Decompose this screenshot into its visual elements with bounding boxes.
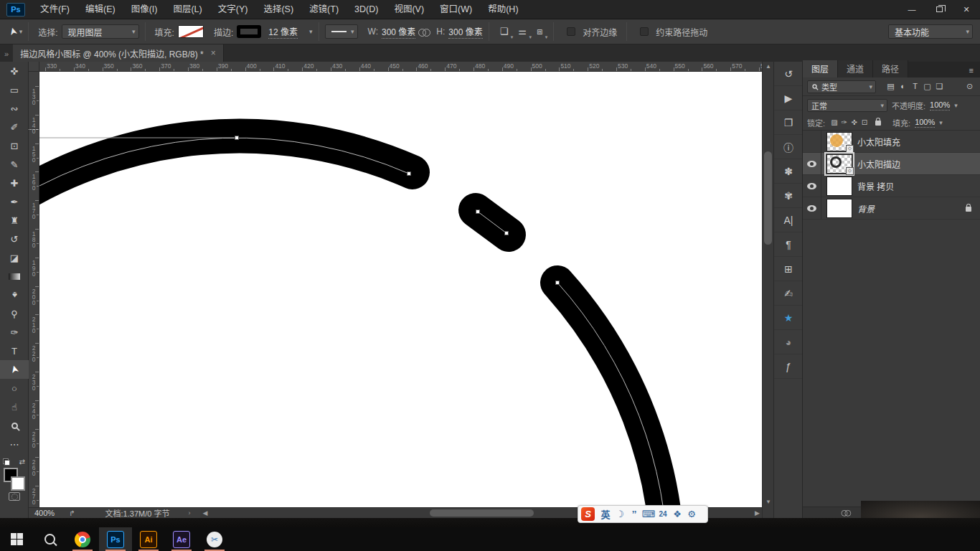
filter-adjustment-icon[interactable]: ◐ <box>897 82 909 91</box>
character-panel-icon[interactable]: A| <box>774 208 803 232</box>
history-panel-icon[interactable]: ↺ <box>774 62 803 86</box>
layer-filter-dropdown[interactable]: 类型 ▾ <box>807 80 876 93</box>
lock-paint-icon[interactable]: ✑ <box>839 118 849 126</box>
tool-pen[interactable]: ✑ <box>0 323 29 342</box>
lock-transparency-icon[interactable]: ▨ <box>829 118 839 126</box>
styles-fx-panel-icon[interactable]: ƒ <box>774 354 803 379</box>
lock-all-icon[interactable] <box>875 121 881 126</box>
lock-artboard-icon[interactable]: ⊡ <box>859 118 870 126</box>
layer-thumbnail[interactable]: ⬦ <box>826 154 852 174</box>
taskbar-chrome-button[interactable] <box>66 527 99 551</box>
panel-collapse-icon[interactable]: » <box>0 50 13 62</box>
brush-settings-panel-icon[interactable]: ✾ <box>774 184 803 208</box>
stroke-width-field[interactable]: 12 像素 <box>268 25 298 39</box>
tool-clone-stamp[interactable]: ♜ <box>0 211 29 230</box>
path-anchor[interactable] <box>407 172 411 176</box>
ime-toolbox-icon[interactable]: ⚙ <box>684 507 699 522</box>
default-colors-icon[interactable] <box>3 458 10 466</box>
tool-history-brush[interactable]: ↺ <box>0 230 29 248</box>
tool-marquee[interactable]: ▭ <box>0 80 29 99</box>
tool-type[interactable]: T <box>0 342 29 360</box>
horizontal-scroll-thumb[interactable] <box>430 509 534 517</box>
scroll-left-icon[interactable]: ◀ <box>202 509 207 517</box>
sogou-logo-icon[interactable]: S <box>581 507 595 521</box>
layer-row-2[interactable]: 背景 拷贝 <box>803 175 980 197</box>
tool-eyedropper[interactable]: ✎ <box>0 155 29 174</box>
path-anchor[interactable] <box>556 281 560 285</box>
visibility-toggle[interactable] <box>803 153 821 175</box>
vertical-scroll-thumb[interactable] <box>764 151 772 245</box>
taskbar-snipping-tool-button[interactable]: ✂ <box>198 527 231 551</box>
blend-mode-dropdown[interactable]: 正常 ▾ <box>807 99 887 112</box>
tool-dodge[interactable]: ⚲ <box>0 304 29 323</box>
background-color-swatch[interactable] <box>11 476 25 491</box>
tab-close-icon[interactable]: × <box>211 48 216 58</box>
close-button[interactable]: ✕ <box>953 0 980 19</box>
taskbar-aftereffects-button[interactable]: Ae <box>165 527 198 551</box>
status-chevron-icon[interactable]: › <box>188 509 190 517</box>
scroll-right-icon[interactable]: ▶ <box>755 509 760 517</box>
tool-spot-healing[interactable]: ✚ <box>0 174 29 192</box>
layer-row-1[interactable]: ⬦小太阳描边 <box>803 153 980 175</box>
tool-hand[interactable]: ☝ <box>0 397 29 416</box>
filter-toggle-icon[interactable]: ⊙ <box>963 82 976 91</box>
tab-图层[interactable]: 图层 <box>803 60 838 77</box>
minimize-button[interactable]: — <box>898 0 925 19</box>
visibility-toggle[interactable] <box>803 131 821 153</box>
menu-item-6[interactable]: 滤镜(T) <box>301 0 347 19</box>
restore-button[interactable] <box>925 0 953 19</box>
visibility-toggle[interactable] <box>803 197 821 220</box>
glyphs-panel-icon[interactable]: ⊞ <box>774 257 803 281</box>
path-arrange-icon[interactable]: ⧈ <box>537 26 542 37</box>
ime-punctuation-icon[interactable]: ’’ <box>627 507 641 522</box>
lock-position-icon[interactable]: ✜ <box>849 118 859 126</box>
ime-skin-icon[interactable]: ❖ <box>670 507 684 522</box>
zoom-level-field[interactable]: 400% <box>29 509 59 517</box>
fill-swatch-none[interactable] <box>178 25 204 38</box>
visibility-toggle[interactable] <box>803 175 821 197</box>
path-alignment-icon[interactable]: ⚌ <box>518 26 527 37</box>
tool-zoom[interactable] <box>0 416 29 435</box>
link-dimensions-icon[interactable] <box>418 29 430 35</box>
opacity-field[interactable]: 100% <box>930 100 950 110</box>
menu-item-1[interactable]: 编辑(E) <box>77 0 123 19</box>
panel-menu-icon[interactable]: ≡ <box>963 66 980 77</box>
libraries-star-panel-icon[interactable]: ★ <box>774 306 803 330</box>
taskbar-search-button[interactable] <box>33 527 66 551</box>
path-anchor[interactable] <box>235 136 239 140</box>
workspace-dropdown[interactable]: 基本功能 ▾ <box>888 24 973 39</box>
link-layers-icon[interactable] <box>842 510 851 515</box>
taskbar-illustrator-button[interactable]: Ai <box>132 527 165 551</box>
layer-thumbnail[interactable] <box>826 176 852 196</box>
ime-language-icon[interactable]: 英 <box>598 507 613 522</box>
ruler-corner[interactable] <box>29 62 39 72</box>
width-field[interactable]: 300 像素 <box>382 25 415 39</box>
constrain-drag-checkbox[interactable] <box>640 27 649 36</box>
tool-preset[interactable]: ➤ ▾ <box>9 26 22 37</box>
path-anchor[interactable] <box>476 210 480 214</box>
tool-lasso[interactable]: ∾ <box>0 99 29 118</box>
ime-24h-icon[interactable]: 24 <box>656 507 670 522</box>
tab-通道[interactable]: 通道 <box>838 60 873 77</box>
layer-thumbnail[interactable] <box>826 199 852 218</box>
path-anchor[interactable] <box>505 232 509 235</box>
fill-field[interactable]: 100% <box>915 118 935 128</box>
notes-panel-icon[interactable]: ✍ <box>774 281 803 306</box>
tool-ellipse-shape[interactable]: ○ <box>0 379 29 397</box>
tool-path-selection[interactable]: ➤ <box>0 360 29 379</box>
chevron-down-icon[interactable]: ▾ <box>954 102 958 109</box>
ruler-left[interactable]: 1301401501601701801902002102202302402502… <box>29 72 39 507</box>
actions-panel-icon[interactable]: ▶ <box>774 86 803 110</box>
select-mode-dropdown[interactable]: 现用图层 ▾ <box>62 24 139 39</box>
info-panel-icon[interactable]: ⓘ <box>774 135 803 159</box>
quick-mask-icon[interactable] <box>9 492 20 501</box>
tool-edit-toolbar[interactable]: ⋯ <box>0 435 29 453</box>
stroke-type-dropdown[interactable]: ▾ <box>325 24 358 39</box>
menu-item-9[interactable]: 窗口(W) <box>432 0 480 19</box>
tool-eraser[interactable]: ◪ <box>0 248 29 267</box>
height-field[interactable]: 300 像素 <box>448 25 482 39</box>
menu-item-5[interactable]: 选择(S) <box>255 0 301 19</box>
filter-smart-object-icon[interactable]: ❏ <box>933 82 946 91</box>
menu-item-7[interactable]: 3D(D) <box>347 0 386 19</box>
ime-soft-keyboard-icon[interactable]: ⌨ <box>641 507 656 522</box>
